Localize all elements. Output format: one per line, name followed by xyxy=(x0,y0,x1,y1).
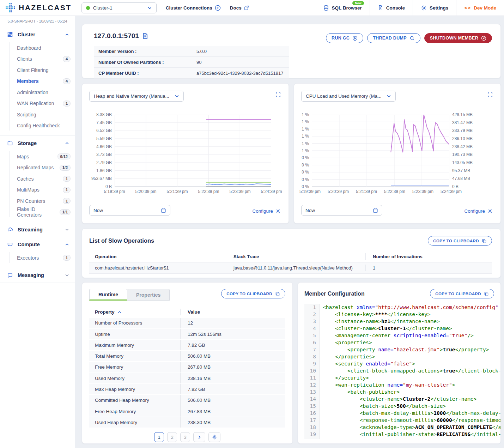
line-number: 14 xyxy=(304,395,319,402)
date-input[interactable]: Now xyxy=(89,205,170,216)
sidebar-section-messaging-header[interactable]: Messaging xyxy=(0,268,75,283)
nav-console[interactable]: Console xyxy=(370,0,413,16)
nav-dev-mode[interactable]: <> Dev Mode xyxy=(456,0,504,16)
sidebar-item-label: Flake ID Generators xyxy=(17,206,60,218)
line-number: 18 xyxy=(304,424,319,431)
line-number: 12 xyxy=(304,381,319,388)
count-badge: 1/1 xyxy=(60,209,71,215)
column-header-operation: Operation xyxy=(89,254,227,259)
copy-to-clipboard-button[interactable]: COPY TO CLIPBOARD xyxy=(430,289,494,298)
copy-icon xyxy=(484,291,489,296)
sidebar-item-multimaps[interactable]: MultiMaps1 xyxy=(0,184,75,196)
chevron-down-icon xyxy=(65,273,69,277)
code-line: 14 <cluster-name>Cluster-2</cluster-name… xyxy=(304,395,500,402)
table-settings-button[interactable] xyxy=(208,432,220,442)
date-input[interactable]: Now xyxy=(301,205,382,216)
plus-circle-icon xyxy=(215,5,221,11)
sidebar-section-streaming: Streaming xyxy=(0,222,75,237)
runtime-table: Property Value Number of Processors12Upt… xyxy=(89,306,285,428)
code-line: 4 <cluster-name>Cluster-1</cluster-name> xyxy=(304,325,500,332)
folder-icon xyxy=(7,140,13,146)
configure-link[interactable]: Configure xyxy=(464,208,493,214)
sidebar-item-pn-counters[interactable]: PN Counters1 xyxy=(0,195,75,207)
configure-link[interactable]: Configure xyxy=(252,208,281,214)
chat-icon xyxy=(7,272,13,278)
sidebar-item-caches[interactable]: Caches1 xyxy=(0,173,75,184)
code-text: </security> xyxy=(319,374,369,381)
search-icon xyxy=(409,36,415,41)
chart-metric-selector[interactable]: Heap and Native Memory (Manua... xyxy=(89,91,184,102)
value-cell: 238.16 MB xyxy=(180,373,285,383)
code-line: 5 <management-center scripting-enabled="… xyxy=(304,332,500,339)
count-badge: 1 xyxy=(63,198,71,204)
code-text: <security enabled="false"> xyxy=(319,360,415,367)
cloud-icon xyxy=(7,226,13,232)
property-cell: Free Memory xyxy=(89,364,180,370)
page-button-2[interactable]: 2 xyxy=(167,432,177,442)
external-link-icon xyxy=(244,5,249,11)
tab-runtime[interactable]: Runtime xyxy=(89,289,127,301)
sidebar-item-wan-replication[interactable]: WAN Replication1 xyxy=(0,98,75,109)
nav-settings[interactable]: Settings xyxy=(413,0,456,16)
copy-to-clipboard-button[interactable]: COPY TO CLIPBOARD xyxy=(221,289,285,298)
copy-address-icon[interactable] xyxy=(142,33,148,39)
copy-to-clipboard-button[interactable]: COPY TO CLIPBOARD xyxy=(428,236,492,246)
sidebar-item-config-healthcheck[interactable]: Config Healthcheck xyxy=(0,120,75,132)
fullscreen-icon[interactable] xyxy=(487,92,493,97)
sort-ascending-icon[interactable] xyxy=(117,310,122,314)
nav-docs[interactable]: Docs xyxy=(230,5,249,11)
y-axis-tick: 0 % xyxy=(302,170,309,175)
sidebar-item-executors[interactable]: Executors1 xyxy=(0,252,75,264)
y-axis-tick: 0 % xyxy=(302,177,309,182)
sidebar-section-cluster-header[interactable]: Cluster xyxy=(0,27,75,42)
sidebar-item-label: Administration xyxy=(17,90,71,95)
value-cell: 12 xyxy=(180,318,285,328)
page-button-1[interactable]: 1 xyxy=(154,432,164,442)
sidebar-section-compute-header[interactable]: Compute xyxy=(0,237,75,252)
shutdown-member-button[interactable]: SHUTDOWN MEMBER xyxy=(424,33,492,43)
x-axis-tick: 5:20:39 pm xyxy=(324,189,352,194)
thread-dump-button[interactable]: THREAD DUMP xyxy=(367,33,420,43)
code-line: 13 <batch-publisher> xyxy=(304,388,500,395)
tab-properties[interactable]: Properties xyxy=(127,289,170,301)
code-line: 2 <license-key>****</license-key> xyxy=(304,311,500,318)
sidebar-item-dashboard[interactable]: Dashboard xyxy=(0,42,75,54)
config-code-editor[interactable]: 1<hazelcast xmlns="http://www.hazelcast.… xyxy=(304,304,500,439)
table-row: Uptime12m 52s 156ms xyxy=(89,329,285,339)
sidebar-section-cluster: ClusterDashboardClients4Client Filtering… xyxy=(0,27,75,136)
sidebar-item-label: MultiMaps xyxy=(17,187,63,193)
sidebar-item-clients[interactable]: Clients4 xyxy=(0,54,75,65)
nav-sql-browser[interactable]: New SQL Browser xyxy=(315,0,370,16)
cluster-selector[interactable]: Cluster-1 xyxy=(81,2,157,13)
sidebar-section-storage-header[interactable]: Storage xyxy=(0,136,75,150)
chevron-up-icon xyxy=(65,32,69,37)
table-row: Used Heap Memory238.30 MB xyxy=(89,417,285,428)
sidebar-item-client-filtering[interactable]: Client Filtering xyxy=(0,65,75,76)
page-button-3[interactable]: 3 xyxy=(180,432,190,442)
code-text: <batch-size>500</batch-size> xyxy=(319,402,446,410)
count-badge: 1 xyxy=(63,255,71,261)
slow-operations-table: OperationStack TraceNumber of Invocation… xyxy=(89,251,492,274)
sidebar-item-scripting[interactable]: Scripting xyxy=(0,109,75,120)
fullscreen-icon[interactable] xyxy=(275,92,281,97)
sidebar-item-administration[interactable]: Administration xyxy=(0,87,75,98)
sidebar-item-members[interactable]: Members4 xyxy=(0,76,75,87)
cell: 1 xyxy=(365,265,492,271)
property-cell: Used Memory xyxy=(89,376,180,381)
nav-cluster-connections[interactable]: Cluster Connections xyxy=(166,5,221,11)
code-text: <batch-publisher> xyxy=(319,388,400,395)
line-number: 16 xyxy=(304,410,319,417)
property-column-header[interactable]: Property xyxy=(95,309,115,315)
next-page-button[interactable] xyxy=(193,432,205,442)
copy-icon xyxy=(275,291,280,296)
sidebar-item-replicated-maps[interactable]: Replicated Maps1/2 xyxy=(0,162,75,174)
y-axis-labels: 8.38 GB7.45 GB6.52 GB5.59 GB4.66 GB3.73 … xyxy=(82,112,112,189)
sidebar-item-flake-id-generators[interactable]: Flake ID Generators1/1 xyxy=(0,207,75,218)
table-row: Committed Heap Memory506.00 MB xyxy=(89,395,285,406)
x-axis-tick: 5:22:39 pm xyxy=(381,189,409,194)
sidebar-item-maps[interactable]: Maps9/12 xyxy=(0,151,75,162)
sidebar-section-streaming-header[interactable]: Streaming xyxy=(0,222,75,237)
chart-metric-selector[interactable]: CPU Load and Used Memory (Ma... xyxy=(301,91,396,102)
run-gc-button[interactable]: RUN GC xyxy=(326,33,363,43)
code-line: 16 <batch-max-delay-millis>1000</batch-m… xyxy=(304,410,500,417)
